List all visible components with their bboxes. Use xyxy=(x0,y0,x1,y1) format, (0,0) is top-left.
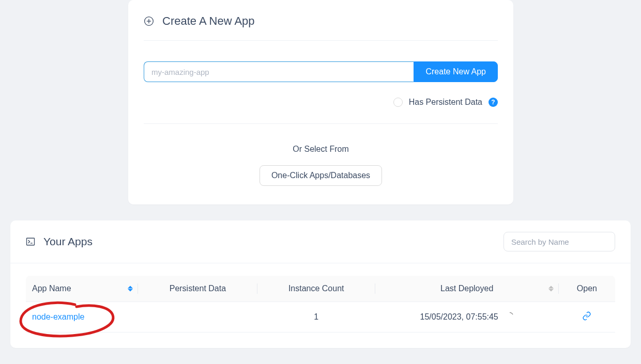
svg-rect-3 xyxy=(27,238,35,245)
app-name-input[interactable] xyxy=(144,61,414,82)
col-persistent-data[interactable]: Persistent Data xyxy=(138,276,257,302)
open-link-icon[interactable] xyxy=(582,311,591,321)
col-persistent-data-label: Persistent Data xyxy=(170,284,226,293)
oneclick-row: One-Click Apps/Databases xyxy=(144,165,498,186)
plus-circle-icon xyxy=(144,16,154,26)
col-last-deployed[interactable]: Last Deployed xyxy=(375,276,559,302)
apps-table-wrapper: App Name Persistent Data Instance Count xyxy=(10,263,631,348)
your-apps-header: Your Apps xyxy=(10,220,631,263)
your-apps-header-left: Your Apps xyxy=(26,235,93,248)
create-app-card: Create A New App Create New App Has Pers… xyxy=(128,0,513,204)
sort-icon[interactable] xyxy=(128,286,133,292)
search-input[interactable] xyxy=(503,232,615,251)
create-app-header: Create A New App xyxy=(144,14,498,41)
col-app-name[interactable]: App Name xyxy=(26,276,138,302)
terminal-icon xyxy=(26,237,35,246)
deployed-timestamp: 15/05/2023, 07:55:45 xyxy=(420,312,498,322)
create-app-title: Create A New App xyxy=(162,14,255,28)
oneclick-apps-button[interactable]: One-Click Apps/Databases xyxy=(260,165,382,186)
col-open-label: Open xyxy=(577,284,597,293)
cell-persistent xyxy=(138,302,257,333)
loading-spinner-icon xyxy=(506,312,514,322)
persistent-data-radio[interactable] xyxy=(393,98,403,107)
app-name-link[interactable]: node-example xyxy=(32,312,84,321)
help-icon[interactable]: ? xyxy=(489,98,498,107)
cell-deployed: 15/05/2023, 07:55:45 xyxy=(375,302,559,333)
col-last-deployed-label: Last Deployed xyxy=(440,284,493,293)
col-instance-count[interactable]: Instance Count xyxy=(257,276,375,302)
create-app-input-row: Create New App xyxy=(144,61,498,82)
col-instance-count-label: Instance Count xyxy=(288,284,344,293)
persistent-data-row: Has Persistent Data ? xyxy=(144,98,498,124)
table-row: node-example 1 15/05/2023, 07:55:45 xyxy=(26,302,615,333)
col-app-name-label: App Name xyxy=(32,284,71,293)
or-select-label: Or Select From xyxy=(144,145,498,154)
cell-instances: 1 xyxy=(257,302,375,333)
create-app-button[interactable]: Create New App xyxy=(414,61,498,82)
your-apps-card: Your Apps App Name Persistent Data xyxy=(10,220,631,348)
cell-open xyxy=(559,302,615,333)
persistent-data-label: Has Persistent Data xyxy=(409,98,482,107)
sort-icon[interactable] xyxy=(548,286,554,292)
your-apps-title: Your Apps xyxy=(43,235,93,248)
apps-table: App Name Persistent Data Instance Count xyxy=(26,276,615,333)
col-open: Open xyxy=(559,276,615,302)
